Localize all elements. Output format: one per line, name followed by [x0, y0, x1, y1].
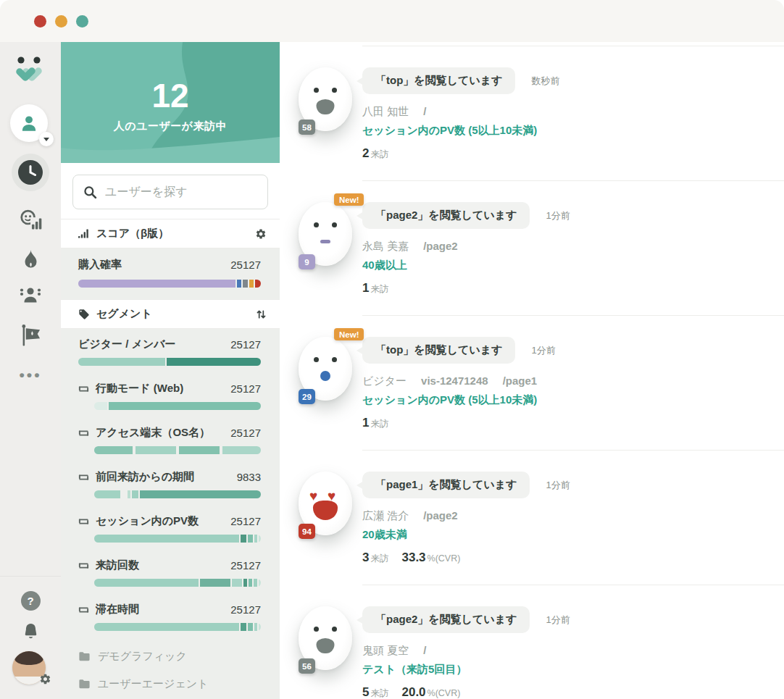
segment-row-value: 25127: [230, 338, 261, 351]
activity-bubble: 「page1」を閲覧しています: [362, 472, 530, 498]
sidebar-item-users[interactable]: [10, 104, 51, 145]
help-button[interactable]: ?: [21, 591, 41, 611]
score-badge: 56: [299, 658, 315, 674]
page-path: /page2: [423, 240, 458, 252]
sidebar-item-more[interactable]: •••: [19, 367, 41, 384]
segment-link[interactable]: 20歳未満: [362, 528, 784, 542]
visitor-count-caption: 人のユーザーが来訪中: [114, 120, 227, 133]
segment-row[interactable]: セッション内のPV数 25127: [61, 506, 280, 550]
people-icon: [19, 285, 42, 305]
segment-row[interactable]: 前回来訪からの期間 9833: [61, 461, 280, 506]
segment-row-label: 滞在時間: [96, 603, 139, 616]
visit-count-suffix: 来訪: [370, 418, 388, 430]
segment-link[interactable]: セッション内のPV数 (5以上10未満): [362, 393, 784, 407]
filter-sliders-icon: [78, 428, 89, 438]
feed-item[interactable]: 56 「page2」を閲覧しています 1分前 鬼頭 夏空 / テスト（来訪5回目…: [280, 585, 784, 699]
page-path: /page1: [503, 374, 538, 387]
segment-row[interactable]: 滞在時間 25127: [61, 594, 280, 638]
settings-gear-icon[interactable]: [39, 673, 51, 688]
sidebar-item-trending[interactable]: [22, 249, 40, 269]
segment-section-header[interactable]: セグメント: [61, 299, 280, 329]
visit-count: 5: [362, 685, 369, 699]
user-face-avatar[interactable]: 56: [299, 606, 356, 673]
window-titlebar: [0, 0, 784, 42]
visitor-count-hero: 12 人のユーザーが来訪中: [61, 42, 280, 163]
visit-count-suffix: 来訪: [370, 553, 388, 565]
gear-icon: [255, 228, 267, 240]
segment-row[interactable]: ビジター / メンバー 25127: [61, 329, 280, 373]
segment-row-label: 来訪回数: [96, 558, 139, 572]
new-badge: New!: [334, 193, 364, 206]
feed-item[interactable]: New! 29 「top」を閲覧しています 1分前 ビジター vis-12471…: [280, 315, 784, 450]
tag-icon: [78, 309, 90, 320]
cvr-stat: 33.3 %(CVR): [401, 551, 460, 565]
score-row[interactable]: 購入確率 25127: [78, 258, 261, 288]
account-menu[interactable]: [12, 651, 49, 686]
user-search[interactable]: [72, 175, 268, 209]
segment-row-label: 前回来訪からの期間: [96, 470, 194, 484]
traffic-light-maximize[interactable]: [76, 15, 88, 28]
sidebar-item-realtime[interactable]: [12, 154, 49, 191]
user-name: 鬼頭 夏空: [362, 644, 409, 658]
segment-link[interactable]: テスト（来訪5回目）: [362, 663, 784, 677]
page-path: /page2: [423, 509, 458, 522]
search-input[interactable]: [105, 185, 257, 198]
user-face-avatar[interactable]: 94: [299, 472, 356, 538]
activity-bubble: 「page2」を閲覧しています: [362, 202, 530, 229]
sidebar-item-insights[interactable]: [20, 209, 42, 230]
segment-row[interactable]: アクセス端末（OS名） 25127: [61, 417, 280, 461]
filter-sliders-icon: [78, 384, 89, 394]
person-icon: [19, 113, 39, 133]
sidebar-item-goals[interactable]: [20, 324, 41, 346]
traffic-light-minimize[interactable]: [55, 15, 67, 28]
signal-bars-icon: [78, 229, 90, 238]
feed-item[interactable]: 94 「page1」を閲覧しています 1分前 広瀬 浩介 /page2 20歳未…: [280, 450, 784, 585]
feed-item[interactable]: New! 9 「page2」を閲覧しています 1分前 永島 美嘉 /page2 …: [280, 180, 784, 315]
user-name: ビジター: [362, 374, 406, 388]
filter-sliders-icon: [78, 516, 89, 527]
user-face-avatar[interactable]: 58: [299, 67, 356, 134]
segment-row-value: 25127: [230, 427, 261, 439]
segment-sort-button[interactable]: [256, 309, 267, 320]
traffic-light-close[interactable]: [34, 15, 46, 28]
app-window: ••• ?: [0, 0, 784, 699]
user-face-avatar[interactable]: 9: [299, 202, 356, 269]
timestamp: 数秒前: [531, 75, 559, 88]
filter-sliders-icon: [78, 472, 89, 482]
activity-bubble: 「top」を閲覧しています: [362, 67, 515, 94]
segment-rows: ビジター / メンバー 25127 行動モード (Web) 25127: [61, 329, 280, 638]
new-badge: New!: [334, 328, 364, 340]
karte-smile-icon: [14, 55, 47, 88]
score-section-header[interactable]: スコア（β版）: [61, 219, 280, 248]
segment-row[interactable]: 行動モード (Web) 25127: [61, 373, 280, 417]
segment-row-value: 25127: [230, 603, 261, 616]
segment-link[interactable]: 40歳以上: [362, 259, 784, 272]
segment-link[interactable]: セッション内のPV数 (5以上10未満): [362, 124, 784, 138]
segment-row-label: 行動モード (Web): [96, 382, 183, 395]
visit-count: 1: [362, 416, 369, 430]
segment-row-label: セッション内のPV数: [96, 514, 199, 528]
search-icon: [83, 185, 97, 199]
timestamp: 1分前: [531, 344, 555, 357]
segment-folder-row[interactable]: ユーザーエージェント: [61, 670, 280, 698]
score-section-title: スコア（β版）: [96, 227, 169, 240]
notifications-button[interactable]: [22, 622, 40, 641]
sidebar-bottom-group: ?: [0, 576, 61, 699]
visitor-id: vis-12471248: [421, 374, 488, 387]
folder-icon: [78, 679, 91, 690]
score-settings-button[interactable]: [255, 228, 267, 240]
feed-item[interactable]: 58 「top」を閲覧しています 数秒前 八田 知世 / セッション内のPV数 …: [280, 46, 784, 180]
user-face-avatar[interactable]: 29: [299, 337, 356, 403]
score-rows: 購入確率 25127: [61, 248, 280, 299]
flame-icon: [22, 249, 40, 269]
sidebar-item-segments[interactable]: [19, 285, 42, 305]
visit-count: 1: [362, 281, 369, 296]
segment-row[interactable]: 来訪回数 25127: [61, 550, 280, 594]
visit-count: 2: [362, 146, 369, 161]
user-name: 八田 知世: [362, 105, 409, 119]
segment-folder-row[interactable]: デモグラフィック: [61, 643, 280, 670]
user-name: 永島 美嘉: [362, 240, 409, 254]
visit-count-suffix: 来訪: [370, 148, 388, 161]
chevron-down-icon[interactable]: [39, 132, 54, 146]
score-row-label: 購入確率: [78, 258, 122, 272]
